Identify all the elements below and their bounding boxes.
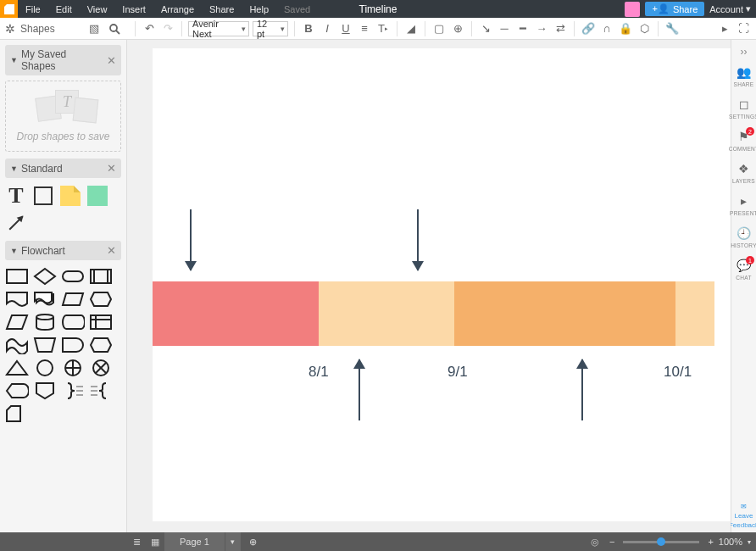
line-style-2-icon[interactable]: ━: [515, 21, 531, 36]
link-icon[interactable]: 🔗: [581, 21, 596, 36]
menu-edit[interactable]: Edit: [48, 4, 80, 14]
line-swap-icon[interactable]: ⇄: [553, 21, 568, 36]
fc-terminator[interactable]: [61, 267, 85, 286]
note-shape[interactable]: [59, 185, 81, 207]
rsb-layers[interactable]: ❖LAYERS: [731, 157, 756, 189]
fc-display[interactable]: [5, 381, 29, 400]
undo-icon[interactable]: ↶: [142, 21, 157, 36]
fc-loop[interactable]: [89, 336, 113, 354]
fc-brace-l[interactable]: [89, 381, 113, 400]
shape-options-icon[interactable]: ⊕: [450, 21, 465, 36]
page-tab[interactable]: Page 1: [164, 532, 225, 551]
grid-view-icon[interactable]: ▦: [146, 532, 164, 551]
search-icon[interactable]: [107, 21, 122, 36]
panel-flowchart[interactable]: ▼ Flowchart ✕: [5, 241, 121, 260]
arrow-down-2[interactable]: [417, 209, 419, 270]
font-select[interactable]: Avenir Next: [188, 21, 249, 36]
fc-multi-doc[interactable]: [33, 290, 57, 309]
document-title[interactable]: Timeline: [359, 3, 397, 15]
rsb-share[interactable]: 👥SHARE: [731, 60, 756, 92]
fc-brace-r[interactable]: [61, 381, 85, 400]
rsb-chat[interactable]: 💬1CHAT: [731, 253, 756, 286]
zoom-level[interactable]: 100%: [719, 537, 742, 547]
date-label-2[interactable]: 9/1: [447, 364, 468, 381]
italic-icon[interactable]: I: [320, 21, 335, 36]
rsb-present[interactable]: ▸PRESENT: [731, 189, 756, 221]
rectangle-shape[interactable]: [32, 185, 54, 207]
fc-doc[interactable]: [5, 290, 29, 309]
canvas[interactable]: 8/1 9/1 10/1: [153, 48, 731, 521]
bold-icon[interactable]: B: [301, 21, 316, 36]
play-icon[interactable]: ▸: [717, 21, 732, 36]
menu-help[interactable]: Help: [242, 4, 276, 14]
timeline-seg-2[interactable]: [319, 281, 454, 346]
line-icon[interactable]: ↘: [478, 21, 493, 36]
rsb-settings[interactable]: ◻SETTINGS: [731, 92, 756, 125]
fc-data[interactable]: [5, 313, 29, 331]
shapes-dropzone[interactable]: T Drop shapes to save: [5, 81, 121, 152]
close-icon[interactable]: ✕: [107, 244, 116, 257]
wrench-icon[interactable]: 🔧: [664, 21, 680, 36]
line-arrow-icon[interactable]: →: [534, 21, 549, 36]
menu-insert[interactable]: Insert: [114, 4, 153, 14]
redo-icon[interactable]: ↷: [160, 21, 175, 36]
share-button[interactable]: +👤Share: [645, 2, 704, 16]
magnet-icon[interactable]: ∩: [599, 21, 614, 36]
timeline-seg-4[interactable]: [675, 281, 714, 346]
fullscreen-icon[interactable]: ⛶: [736, 21, 751, 36]
arrow-shape[interactable]: [5, 212, 27, 234]
leave-feedback[interactable]: ✉ Leave Feedback: [729, 503, 756, 529]
fc-sum[interactable]: [61, 359, 85, 377]
page-dropdown[interactable]: ▾: [225, 532, 241, 551]
font-size-select[interactable]: 12 pt: [253, 21, 288, 36]
fc-offpage[interactable]: [33, 381, 57, 400]
panel-saved-shapes[interactable]: ▼ My Saved Shapes ✕: [5, 45, 121, 75]
underline-icon[interactable]: U: [338, 21, 353, 36]
date-label-1[interactable]: 8/1: [309, 364, 329, 381]
fc-connector[interactable]: [33, 359, 57, 377]
fc-decision[interactable]: [33, 267, 57, 286]
panel-standard[interactable]: ▼ Standard ✕: [5, 159, 121, 178]
rsb-comment[interactable]: ⚑2COMMENT: [731, 125, 756, 157]
arrow-up-1[interactable]: [359, 359, 360, 420]
lock-icon[interactable]: 🔒: [618, 21, 633, 36]
fc-internal[interactable]: [89, 313, 113, 331]
collapse-icon[interactable]: ››: [741, 43, 748, 60]
menu-share[interactable]: Share: [202, 4, 242, 14]
fc-db[interactable]: [33, 313, 57, 331]
fc-card[interactable]: [5, 404, 29, 423]
fill-icon[interactable]: ◢: [403, 21, 419, 36]
menu-arrange[interactable]: Arrange: [153, 4, 202, 14]
menu-view[interactable]: View: [80, 4, 115, 14]
close-icon[interactable]: ✕: [107, 162, 116, 175]
image-icon[interactable]: ▧: [86, 21, 102, 36]
border-box-icon[interactable]: ▢: [431, 21, 447, 36]
fc-storage[interactable]: [61, 313, 85, 331]
fc-prep[interactable]: [89, 290, 113, 309]
fc-extract[interactable]: [5, 359, 29, 377]
arrow-down-1[interactable]: [190, 209, 192, 270]
user-avatar[interactable]: [625, 2, 640, 17]
account-menu[interactable]: Account▾: [709, 3, 751, 14]
fc-predef[interactable]: [89, 267, 113, 286]
line-style-1-icon[interactable]: ─: [497, 21, 512, 36]
cube-icon[interactable]: ⬡: [636, 21, 652, 36]
list-view-icon[interactable]: ≣: [127, 532, 146, 551]
text-shape[interactable]: T: [5, 185, 27, 207]
rsb-history[interactable]: 🕘HISTORY: [731, 221, 756, 253]
fc-io[interactable]: [61, 290, 85, 309]
block-shape[interactable]: [86, 185, 108, 207]
timeline-seg-1[interactable]: [153, 281, 319, 346]
close-icon[interactable]: ✕: [107, 54, 116, 67]
timeline-seg-3[interactable]: [454, 281, 675, 346]
menu-file[interactable]: File: [18, 4, 48, 14]
app-logo[interactable]: [0, 0, 18, 18]
timeline-bar[interactable]: [153, 281, 731, 346]
add-page-icon[interactable]: ⊕: [244, 537, 263, 548]
fc-or[interactable]: [89, 359, 113, 377]
zoom-in-icon[interactable]: +: [708, 537, 713, 547]
target-icon[interactable]: ◎: [586, 532, 604, 551]
fc-process[interactable]: [5, 267, 29, 286]
fc-delay[interactable]: [61, 336, 85, 354]
date-label-3[interactable]: 10/1: [664, 364, 692, 381]
